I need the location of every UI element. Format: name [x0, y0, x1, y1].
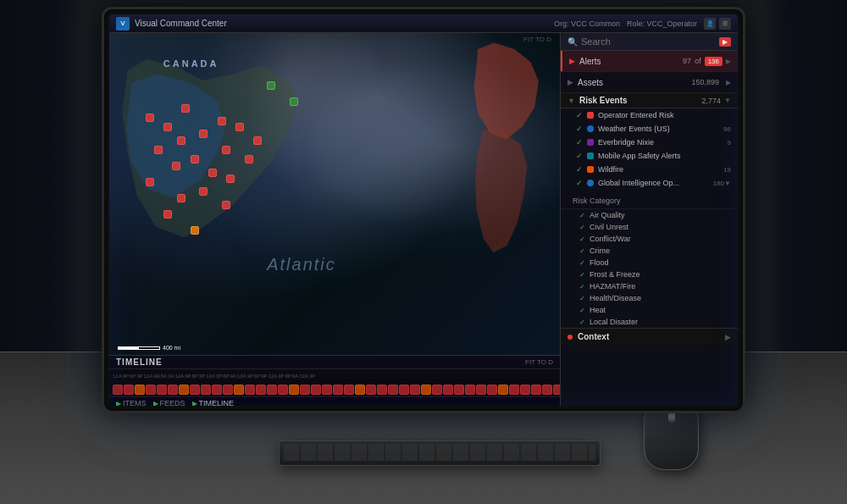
- map-icon[interactable]: [253, 136, 262, 145]
- risk-events-expand-icon[interactable]: ▼: [724, 97, 731, 104]
- map-icon[interactable]: [199, 130, 208, 138]
- timeline-event-icon[interactable]: [113, 385, 123, 395]
- timeline-event-icon[interactable]: [223, 385, 233, 395]
- assets-row[interactable]: ▶ Assets 150,899 ▶: [561, 72, 738, 92]
- timeline-event-icon[interactable]: [146, 385, 156, 395]
- risk-item-nixie[interactable]: ✓ Everbridge Nixie 9: [561, 136, 738, 149]
- map-icon[interactable]: [218, 117, 226, 125]
- timeline-event-icon[interactable]: [487, 385, 497, 395]
- timeline-event-icon[interactable]: [322, 385, 332, 395]
- map-icon[interactable]: [208, 169, 217, 177]
- timeline-event-icon[interactable]: [542, 385, 552, 395]
- timeline-event-icon[interactable]: [520, 385, 530, 395]
- timeline-event-icon[interactable]: [355, 385, 365, 395]
- timeline-event-icon[interactable]: [443, 385, 453, 395]
- map-icon[interactable]: [177, 194, 185, 202]
- map-icon[interactable]: [245, 155, 253, 163]
- risk-events-header[interactable]: ▼ Risk Events 2,774 ▼: [561, 93, 738, 108]
- timeline-event-icon[interactable]: [157, 385, 167, 395]
- timeline-event-icon[interactable]: [399, 385, 409, 395]
- risk-cat-conflict[interactable]: ✓ Conflict/War: [561, 233, 738, 245]
- risk-cat-air[interactable]: ✓ Air Quality: [561, 209, 738, 221]
- timeline-event-icon[interactable]: [245, 385, 255, 395]
- map-icon[interactable]: [235, 123, 244, 131]
- map-icon[interactable]: [163, 210, 172, 219]
- timeline-event-icon[interactable]: [168, 385, 178, 395]
- risk-item-wildfire[interactable]: ✓ Wildfire 19: [561, 163, 738, 176]
- risk-cat-frost[interactable]: ✓ Frost & Freeze: [561, 269, 738, 280]
- timeline-event-icon[interactable]: [388, 385, 398, 395]
- timeline-event-icon[interactable]: [311, 385, 321, 395]
- search-bar[interactable]: 🔍 ▶: [561, 33, 738, 51]
- timeline-event-icon[interactable]: [212, 385, 222, 395]
- tick: 9P: [185, 374, 191, 379]
- risk-cat-health[interactable]: ✓ Health/Disease: [561, 292, 738, 304]
- timeline-event-icon[interactable]: [344, 385, 354, 395]
- map-icon[interactable]: [172, 162, 180, 170]
- menu-icon-btn[interactable]: ☰: [719, 18, 731, 30]
- timeline-event-icon[interactable]: [333, 385, 343, 395]
- map-icon[interactable]: [199, 187, 208, 196]
- tab-feeds[interactable]: ▶ FEEDS: [153, 399, 185, 406]
- timeline-event-icon[interactable]: [553, 385, 560, 395]
- timeline-event-icon[interactable]: [454, 385, 464, 395]
- map-icon[interactable]: [222, 201, 230, 209]
- timeline-event-icon[interactable]: [531, 385, 541, 395]
- map-icon[interactable]: [181, 104, 190, 113]
- risk-item-operator[interactable]: ✓ Operator Entered Risk: [561, 108, 738, 122]
- map-icon[interactable]: [222, 146, 230, 154]
- timeline-event-icon[interactable]: [135, 385, 145, 395]
- timeline-event-icon[interactable]: [256, 385, 266, 395]
- map-icon-green[interactable]: [267, 81, 275, 90]
- context-section[interactable]: Context ▶: [561, 328, 738, 345]
- timeline-event-icon[interactable]: [366, 385, 376, 395]
- search-input[interactable]: [581, 36, 716, 47]
- map-icon[interactable]: [146, 114, 154, 122]
- risk-cat-crime[interactable]: ✓ Crime: [561, 245, 738, 257]
- timeline-event-icon[interactable]: [509, 385, 519, 395]
- global-icon: [587, 180, 594, 186]
- map-icon-orange[interactable]: [191, 226, 199, 235]
- timeline-event-icon[interactable]: [421, 385, 431, 395]
- timeline-event-icon[interactable]: [179, 385, 189, 395]
- timeline-event-icon[interactable]: [498, 385, 508, 395]
- timeline-event-icon[interactable]: [476, 385, 486, 395]
- risk-cat-hazmat[interactable]: ✓ HAZMAT/Fire: [561, 280, 738, 292]
- map-icon[interactable]: [226, 174, 235, 183]
- map-icon[interactable]: [191, 155, 199, 163]
- context-expand-icon[interactable]: ▶: [725, 333, 731, 341]
- assets-expand-icon[interactable]: ▶: [726, 79, 731, 86]
- timeline-event-icon[interactable]: [465, 385, 475, 395]
- map-icon[interactable]: [154, 146, 163, 154]
- timeline-event-icon[interactable]: [410, 385, 420, 395]
- timeline-event-icon[interactable]: [300, 385, 310, 395]
- timeline-event-icon[interactable]: [234, 385, 244, 395]
- map-area[interactable]: CANADA Atlantic: [109, 33, 560, 355]
- risk-item-weather[interactable]: ✓ Weather Events (US) 96: [561, 122, 738, 136]
- timeline-event-icon[interactable]: [190, 385, 200, 395]
- map-icon-green[interactable]: [290, 97, 298, 106]
- risk-item-mobile[interactable]: ✓ Mobile App Safety Alerts: [561, 149, 738, 163]
- map-icon[interactable]: [146, 178, 154, 186]
- timeline-event-icon[interactable]: [278, 385, 288, 395]
- timeline-event-icon[interactable]: [289, 385, 299, 395]
- map-icon[interactable]: [163, 123, 172, 131]
- timeline-event-icon[interactable]: [124, 385, 134, 395]
- risk-item-global[interactable]: ✓ Global Intelligence Op... 180 ▼: [561, 176, 738, 190]
- tab-timeline[interactable]: ▶ TIMELINE: [192, 399, 235, 406]
- risk-cat-civil[interactable]: ✓ Civil Unrest: [561, 221, 738, 233]
- user-icon-btn[interactable]: 👤: [704, 18, 716, 30]
- timeline-event-icon[interactable]: [432, 385, 442, 395]
- risk-cat-heat[interactable]: ✓ Heat: [561, 304, 738, 316]
- search-submit-arrow[interactable]: ▶: [719, 37, 731, 47]
- map-icon[interactable]: [177, 136, 185, 145]
- timeline-event-icon[interactable]: [377, 385, 387, 395]
- alerts-expand-icon[interactable]: ▶: [726, 58, 731, 65]
- alerts-row[interactable]: ▶ Alerts 97 of 136 ▶: [561, 51, 738, 71]
- timeline-event-icon[interactable]: [201, 385, 211, 395]
- check-icon: ✓: [576, 138, 583, 147]
- risk-cat-flood[interactable]: ✓ Flood: [561, 257, 738, 269]
- tab-items[interactable]: ▶ ITEMS: [116, 399, 147, 406]
- timeline-event-icon[interactable]: [267, 385, 277, 395]
- risk-cat-local[interactable]: ✓ Local Disaster: [561, 316, 738, 328]
